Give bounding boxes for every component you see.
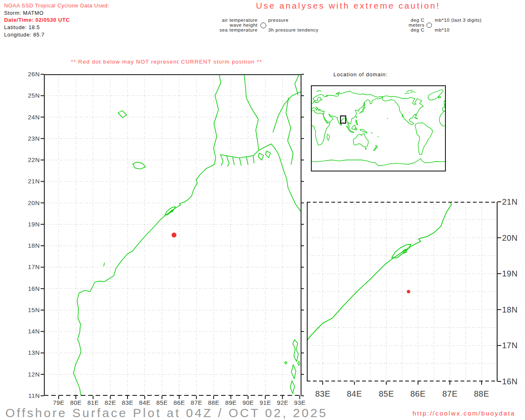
zoom-lat-label: 18N xyxy=(502,305,525,315)
legend-pressure: pressure xyxy=(268,18,289,23)
main-lat-label: 22N xyxy=(19,156,40,164)
zoom-lon-label: 87E xyxy=(437,389,463,399)
main-lon-label: 88E xyxy=(205,399,223,406)
main-lon-label: 79E xyxy=(50,399,68,406)
zoom-lon-label: 84E xyxy=(341,389,368,399)
main-lat-label: 18N xyxy=(19,242,40,249)
legend-sea-temperature: sea temperature xyxy=(204,27,258,32)
storm-longitude: Longitude: 85.7 xyxy=(4,32,45,38)
plot-title: Offshore Surface Plot at 04Z / OCT 02, 2… xyxy=(5,406,328,420)
inset-map-title: Location of domain: xyxy=(333,71,388,78)
main-lon-label: 84E xyxy=(136,399,154,406)
zoom-lat-label: 17N xyxy=(502,340,525,350)
zoom-lon-label: 86E xyxy=(405,389,431,399)
units-mb10: mb*10 xyxy=(435,27,450,32)
units-meters: meters xyxy=(392,23,425,27)
main-lat-label: 25N xyxy=(19,92,40,99)
main-lon-label: 85E xyxy=(153,399,171,406)
source-url-link[interactable]: http://coolwx.com/buoydata xyxy=(413,410,515,417)
main-lat-label: 19N xyxy=(19,221,40,228)
storm-position-dot-main xyxy=(171,233,176,237)
inset-world-map xyxy=(311,85,446,171)
main-lon-label: 93E xyxy=(291,399,309,406)
main-lat-label: 16N xyxy=(19,285,40,292)
coastline-main xyxy=(73,71,302,399)
main-lat-label: 26N xyxy=(19,71,40,78)
zoom-lat-label: 16N xyxy=(502,377,525,386)
main-lat-label: 15N xyxy=(19,306,40,314)
storm-position-dot-zoom xyxy=(407,290,410,293)
units-deg-c-bottom: deg C xyxy=(392,27,425,32)
legend-wave-height: wave height xyxy=(204,23,258,27)
main-lat-label: 11N xyxy=(19,392,40,399)
zoom-lon-label: 83E xyxy=(310,389,336,399)
zoom-map-ticks xyxy=(323,202,501,385)
zoom-lat-label: 19N xyxy=(502,269,525,278)
legend-air-temperature: air temperature xyxy=(204,18,258,23)
units-circle-icon xyxy=(427,23,432,28)
zoom-map xyxy=(307,202,498,381)
main-lat-label: 12N xyxy=(19,371,40,378)
main-lon-label: 83E xyxy=(119,399,137,406)
units-deg-c-top: deg C xyxy=(392,18,425,23)
zoom-lon-label: 88E xyxy=(468,389,495,399)
main-map xyxy=(44,74,301,396)
zoom-map-gridlines xyxy=(307,202,498,381)
main-lon-label: 91E xyxy=(256,399,274,406)
units-mb10-last3: mb*10 (last 3 digits) xyxy=(435,18,482,23)
main-lon-label: 92E xyxy=(274,399,292,406)
main-lon-label: 81E xyxy=(84,399,102,406)
storm-latitude: Latitude: 18.5 xyxy=(4,24,40,31)
domain-rectangle xyxy=(340,116,346,123)
main-lon-label: 80E xyxy=(67,399,85,406)
main-lat-label: 24N xyxy=(19,114,40,121)
red-dot-warning: ** Red dot below may NOT represent CURRE… xyxy=(71,59,262,65)
main-lat-label: 14N xyxy=(19,328,40,335)
zoom-lat-label: 21N xyxy=(502,197,525,207)
zoom-lat-label: 20N xyxy=(502,233,525,243)
main-lat-label: 13N xyxy=(19,349,40,356)
station-circle-icon xyxy=(260,23,266,28)
main-lon-label: 86E xyxy=(170,399,188,406)
main-lat-label: 23N xyxy=(19,135,40,142)
buoy-plot-page: NOAA SSD Tropical Cyclone Data Used: Sto… xyxy=(0,0,525,420)
storm-datetime: Date/Time: 02/0530 UTC xyxy=(4,17,70,23)
main-lon-label: 89E xyxy=(222,399,240,406)
main-lat-label: 20N xyxy=(19,199,40,207)
legend-pressure-tendency: 3h pressure tendency xyxy=(268,27,319,32)
main-lon-label: 82E xyxy=(101,399,119,406)
zoom-lon-label: 85E xyxy=(373,389,399,399)
main-lat-label: 17N xyxy=(19,263,40,271)
main-lat-label: 21N xyxy=(19,178,40,185)
caution-banner: Use analyses with extreme caution! xyxy=(256,1,440,11)
main-lon-label: 87E xyxy=(187,399,205,406)
storm-name: Storm: MATMO xyxy=(4,10,44,16)
storm-info-header: NOAA SSD Tropical Cyclone Data Used: xyxy=(4,2,109,9)
main-lon-label: 90E xyxy=(239,399,257,406)
